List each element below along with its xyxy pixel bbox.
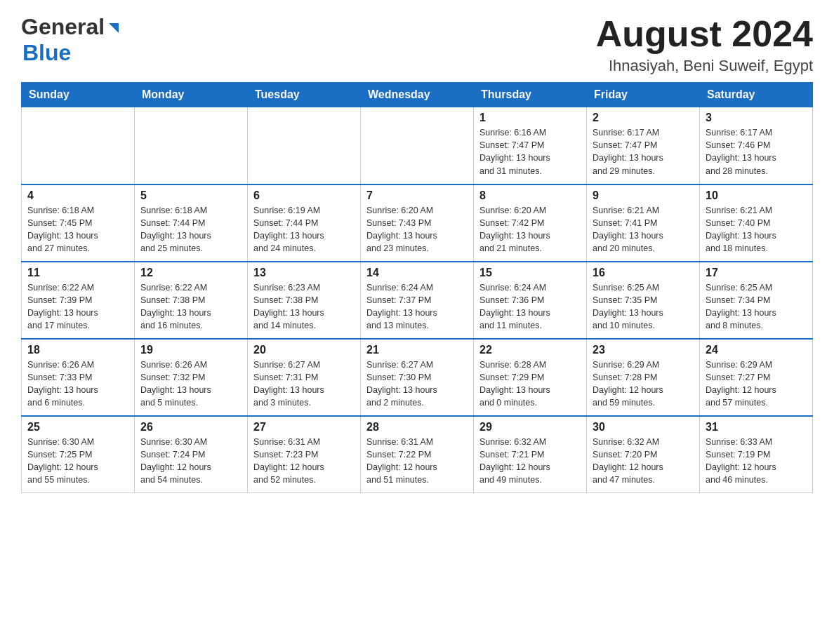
calendar-week-row: 4Sunrise: 6:18 AM Sunset: 7:45 PM Daylig… (22, 185, 813, 262)
day-number: 19 (140, 344, 241, 356)
day-number: 7 (366, 189, 468, 202)
calendar-week-row: 18Sunrise: 6:26 AM Sunset: 7:33 PM Dayli… (22, 339, 813, 416)
day-number: 11 (27, 267, 128, 279)
title-section: August 2024 Ihnasiyah, Beni Suweif, Egyp… (596, 14, 813, 75)
calendar-week-row: 25Sunrise: 6:30 AM Sunset: 7:25 PM Dayli… (22, 416, 813, 493)
calendar-day: 28Sunrise: 6:31 AM Sunset: 7:22 PM Dayli… (361, 416, 474, 493)
calendar-day: 26Sunrise: 6:30 AM Sunset: 7:24 PM Dayli… (135, 416, 248, 493)
day-info: Sunrise: 6:27 AM Sunset: 7:30 PM Dayligh… (366, 358, 468, 410)
day-info: Sunrise: 6:30 AM Sunset: 7:24 PM Dayligh… (140, 436, 241, 487)
day-info: Sunrise: 6:22 AM Sunset: 7:38 PM Dayligh… (140, 281, 241, 333)
day-number: 16 (593, 267, 694, 279)
day-number: 28 (366, 421, 468, 434)
page-header: General Blue August 2024 Ihnasiyah, Beni… (21, 14, 813, 75)
calendar-day: 4Sunrise: 6:18 AM Sunset: 7:45 PM Daylig… (22, 185, 135, 262)
day-info: Sunrise: 6:32 AM Sunset: 7:20 PM Dayligh… (593, 436, 694, 487)
calendar-day: 2Sunrise: 6:17 AM Sunset: 7:47 PM Daylig… (587, 107, 700, 185)
logo-blue-text: Blue (22, 40, 71, 66)
calendar-day: 27Sunrise: 6:31 AM Sunset: 7:23 PM Dayli… (248, 416, 361, 493)
day-number: 29 (479, 421, 581, 434)
day-number: 18 (27, 344, 128, 356)
day-info: Sunrise: 6:19 AM Sunset: 7:44 PM Dayligh… (253, 204, 355, 255)
day-info: Sunrise: 6:27 AM Sunset: 7:31 PM Dayligh… (253, 358, 355, 410)
day-info: Sunrise: 6:26 AM Sunset: 7:33 PM Dayligh… (27, 358, 128, 410)
calendar-day: 7Sunrise: 6:20 AM Sunset: 7:43 PM Daylig… (361, 185, 474, 262)
calendar-day (135, 107, 248, 185)
calendar-day: 15Sunrise: 6:24 AM Sunset: 7:36 PM Dayli… (474, 262, 587, 339)
day-info: Sunrise: 6:18 AM Sunset: 7:45 PM Dayligh… (27, 204, 128, 255)
calendar-day: 23Sunrise: 6:29 AM Sunset: 7:28 PM Dayli… (587, 339, 700, 416)
month-title: August 2024 (596, 14, 813, 54)
day-number: 22 (479, 344, 581, 356)
calendar-day: 13Sunrise: 6:23 AM Sunset: 7:38 PM Dayli… (248, 262, 361, 339)
calendar-header-sunday: Sunday (22, 83, 135, 107)
day-number: 3 (706, 112, 807, 124)
calendar-day: 8Sunrise: 6:20 AM Sunset: 7:42 PM Daylig… (474, 185, 587, 262)
day-info: Sunrise: 6:21 AM Sunset: 7:41 PM Dayligh… (593, 204, 694, 255)
day-number: 15 (479, 267, 581, 279)
day-info: Sunrise: 6:33 AM Sunset: 7:19 PM Dayligh… (706, 436, 807, 487)
calendar-header-wednesday: Wednesday (361, 83, 474, 107)
day-info: Sunrise: 6:25 AM Sunset: 7:34 PM Dayligh… (706, 281, 807, 333)
day-number: 14 (366, 267, 468, 279)
day-number: 24 (706, 344, 807, 356)
day-info: Sunrise: 6:17 AM Sunset: 7:46 PM Dayligh… (706, 126, 807, 177)
day-info: Sunrise: 6:16 AM Sunset: 7:47 PM Dayligh… (479, 126, 581, 177)
calendar-day: 5Sunrise: 6:18 AM Sunset: 7:44 PM Daylig… (135, 185, 248, 262)
logo-general-text: General (21, 14, 105, 40)
calendar-day: 25Sunrise: 6:30 AM Sunset: 7:25 PM Dayli… (22, 416, 135, 493)
day-number: 10 (706, 189, 807, 202)
calendar-day: 9Sunrise: 6:21 AM Sunset: 7:41 PM Daylig… (587, 185, 700, 262)
location-title: Ihnasiyah, Beni Suweif, Egypt (596, 57, 813, 75)
day-info: Sunrise: 6:26 AM Sunset: 7:32 PM Dayligh… (140, 358, 241, 410)
calendar-day: 3Sunrise: 6:17 AM Sunset: 7:46 PM Daylig… (700, 107, 813, 185)
calendar-day: 11Sunrise: 6:22 AM Sunset: 7:39 PM Dayli… (22, 262, 135, 339)
day-info: Sunrise: 6:21 AM Sunset: 7:40 PM Dayligh… (706, 204, 807, 255)
calendar-day: 14Sunrise: 6:24 AM Sunset: 7:37 PM Dayli… (361, 262, 474, 339)
calendar-day: 12Sunrise: 6:22 AM Sunset: 7:38 PM Dayli… (135, 262, 248, 339)
day-number: 1 (479, 112, 581, 124)
calendar-day: 24Sunrise: 6:29 AM Sunset: 7:27 PM Dayli… (700, 339, 813, 416)
day-info: Sunrise: 6:20 AM Sunset: 7:43 PM Dayligh… (366, 204, 468, 255)
day-info: Sunrise: 6:18 AM Sunset: 7:44 PM Dayligh… (140, 204, 241, 255)
calendar-header-tuesday: Tuesday (248, 83, 361, 107)
day-info: Sunrise: 6:30 AM Sunset: 7:25 PM Dayligh… (27, 436, 128, 487)
logo: General Blue (21, 14, 121, 66)
calendar-day: 20Sunrise: 6:27 AM Sunset: 7:31 PM Dayli… (248, 339, 361, 416)
calendar-day: 31Sunrise: 6:33 AM Sunset: 7:19 PM Dayli… (700, 416, 813, 493)
calendar-header-monday: Monday (135, 83, 248, 107)
day-info: Sunrise: 6:31 AM Sunset: 7:23 PM Dayligh… (253, 436, 355, 487)
calendar-day (248, 107, 361, 185)
day-number: 9 (593, 189, 694, 202)
day-info: Sunrise: 6:29 AM Sunset: 7:27 PM Dayligh… (706, 358, 807, 410)
day-info: Sunrise: 6:32 AM Sunset: 7:21 PM Dayligh… (479, 436, 581, 487)
calendar-day (361, 107, 474, 185)
day-info: Sunrise: 6:31 AM Sunset: 7:22 PM Dayligh… (366, 436, 468, 487)
day-info: Sunrise: 6:29 AM Sunset: 7:28 PM Dayligh… (593, 358, 694, 410)
calendar-header-thursday: Thursday (474, 83, 587, 107)
day-number: 20 (253, 344, 355, 356)
calendar-day: 17Sunrise: 6:25 AM Sunset: 7:34 PM Dayli… (700, 262, 813, 339)
day-number: 13 (253, 267, 355, 279)
calendar-day: 30Sunrise: 6:32 AM Sunset: 7:20 PM Dayli… (587, 416, 700, 493)
calendar-header-saturday: Saturday (700, 83, 813, 107)
day-number: 2 (593, 112, 694, 124)
day-number: 5 (140, 189, 241, 202)
calendar-header-friday: Friday (587, 83, 700, 107)
calendar-day: 10Sunrise: 6:21 AM Sunset: 7:40 PM Dayli… (700, 185, 813, 262)
day-number: 4 (27, 189, 128, 202)
day-number: 25 (27, 421, 128, 434)
calendar-day (22, 107, 135, 185)
calendar-week-row: 11Sunrise: 6:22 AM Sunset: 7:39 PM Dayli… (22, 262, 813, 339)
day-number: 31 (706, 421, 807, 434)
day-number: 27 (253, 421, 355, 434)
calendar-table: SundayMondayTuesdayWednesdayThursdayFrid… (21, 82, 813, 493)
day-number: 6 (253, 189, 355, 202)
calendar-day: 16Sunrise: 6:25 AM Sunset: 7:35 PM Dayli… (587, 262, 700, 339)
calendar-week-row: 1Sunrise: 6:16 AM Sunset: 7:47 PM Daylig… (22, 107, 813, 185)
calendar-day: 6Sunrise: 6:19 AM Sunset: 7:44 PM Daylig… (248, 185, 361, 262)
day-info: Sunrise: 6:17 AM Sunset: 7:47 PM Dayligh… (593, 126, 694, 177)
calendar-day: 19Sunrise: 6:26 AM Sunset: 7:32 PM Dayli… (135, 339, 248, 416)
calendar-day: 21Sunrise: 6:27 AM Sunset: 7:30 PM Dayli… (361, 339, 474, 416)
day-number: 17 (706, 267, 807, 279)
